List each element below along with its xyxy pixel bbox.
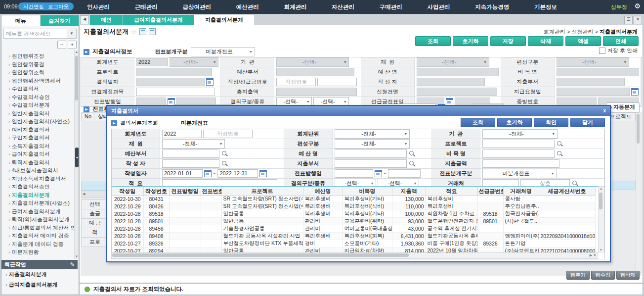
column-header[interactable]: 적요 [426,187,477,196]
close-icon[interactable]: ✕ [634,16,642,24]
sidebar-item-2[interactable]: ›원인행위종결 [1,60,75,69]
close-icon[interactable]: x [603,106,606,116]
column-header[interactable]: 선급금번호 [477,187,503,196]
menu-search-input[interactable]: 메뉴를 검색하세요 [3,29,67,39]
delete-row-button[interactable]: 행삭제 [616,271,640,280]
scroll-right-icon[interactable]: ▶ ▼ [590,253,597,258]
input-field[interactable] [388,169,421,178]
sidebar-item-23[interactable]: ›지출결의서 데이터 검증 [1,232,75,240]
select-field[interactable]: 미분개전표▼ [482,169,557,178]
table-row[interactable]: 2022-10-2889456기술환경사업공통관리비여비교통비(국내출장)43,… [112,225,595,233]
add-row-button[interactable]: 행추가 [566,271,590,280]
sidebar-item-17[interactable]: ›지출결의서승인 [1,183,75,191]
select-field[interactable]: -전체-▼ [482,129,558,139]
h-scrollbar[interactable]: ◀ [81,191,109,197]
column-header[interactable]: 프로젝트 [221,187,303,196]
sidebar-item-8[interactable]: ›일반지출결의서 [1,109,75,118]
sidebar-item-7[interactable]: ›수입결의서분개 [1,101,75,109]
input-field[interactable] [482,149,555,158]
sidebar-item-21[interactable]: ›퇴직(외)지출결의서분개 [1,215,75,224]
select-field[interactable]: -전체-▼ [162,139,225,148]
menu-5[interactable]: 회계관리 [281,3,309,11]
calendar-icon[interactable] [204,170,212,177]
dialog-h-scrollbar[interactable]: ▶ ▼ [111,252,598,259]
search-button[interactable]: 조회 [415,36,451,46]
select-field[interactable]: -선택-▼ [276,57,349,67]
select-field[interactable]: -선택-▼ [170,57,218,67]
column-header[interactable]: 전표번호 [201,187,221,196]
input-field[interactable]: 2022 [162,130,202,138]
sidebar-splitter-handle[interactable]: ◂ [75,148,79,167]
select-field[interactable]: -전체-▼ [335,129,410,139]
sidebar-item-4[interactable]: ›원인행위잔액명세서 [1,77,75,85]
logout-button[interactable]: 로그아웃 [43,2,74,10]
print-after-save-checkbox[interactable] [599,48,605,54]
sidebar-item-24[interactable]: ›지출분개 데이터 검증 [1,240,75,248]
tab-2[interactable]: 급여지출결의서분개 [123,15,194,25]
sidebar-item-12[interactable]: ›소득지출결의서 [1,142,75,150]
calendar-icon[interactable] [206,78,214,86]
input-field[interactable] [136,88,215,96]
reset-button[interactable]: 초기화 [453,36,488,46]
input-field[interactable] [335,149,407,158]
chevron-down-icon[interactable]: ▼ [67,29,77,39]
auto-journalize-button[interactable]: ›자동분개 [606,102,640,112]
sidebar-item-13[interactable]: ›급여지출결의서 [1,150,75,158]
tab-scroll-left-icon[interactable]: ◀ [80,15,89,24]
sidebar-item-10[interactable]: ›여비지출결의서 [1,126,75,134]
input-field[interactable] [317,78,357,86]
input-field[interactable]: 작성번호 [203,130,253,138]
table-row[interactable]: 2022-10-2889518일반공통복리후생비복리후생비(기타)100,000… [112,210,595,218]
table-row[interactable]: 2022-10-2789326부산철도차량정비단 KTX 부품세척 사업경비소모… [112,240,595,247]
search-icon[interactable] [221,150,228,157]
edit-row-button[interactable]: 행수정 [591,271,615,280]
tab-3[interactable]: 지출결의서분개 [194,15,254,25]
table-row[interactable]: 2022-10-3080431SR 고속철도차량(SRT) 청소사업(수도권)복… [112,196,595,203]
input-field[interactable] [162,159,219,168]
scroll-down-icon[interactable]: ▼ [75,254,79,259]
table-row[interactable]: 2022-10-2889501일반공통관리비교육훈련비(위탁)93,000철도운… [112,218,595,225]
tab-1[interactable]: 메인 [90,15,123,25]
eraser-icon[interactable]: ✎ [70,260,75,269]
scroll-up-icon[interactable]: ▲ [75,50,79,54]
column-header[interactable]: 지출액 [392,187,426,196]
recent-item-2[interactable]: ›급여지출결의서분개 [1,280,78,290]
menu-1[interactable]: 인사관리 [84,3,113,11]
column-header[interactable]: 거래처명 [503,187,539,196]
sidebar-item-14[interactable]: ›퇴직지출결의서 [1,158,75,167]
input-field[interactable] [482,140,555,148]
input-field[interactable] [335,159,407,168]
calendar-icon[interactable] [631,88,639,96]
save-button[interactable]: 저장 [490,36,526,46]
column-header[interactable]: 전표발행일 [169,187,201,196]
sidebar-item-25[interactable]: ›미분개현황 [1,248,75,256]
column-header[interactable]: 비목명 [343,187,392,196]
sidebar-item-1[interactable]: ›원인행위조정 [1,52,75,60]
input-field[interactable] [162,149,219,158]
column-header[interactable]: 예산명 [303,187,343,196]
search-icon[interactable] [556,150,563,157]
column-header[interactable]: 작성일 [112,187,143,196]
scroll-down-icon[interactable]: ▼ [599,248,603,251]
dialog-reset-button[interactable]: 초기화 [497,118,532,127]
menu-9[interactable]: 지속가능경영 [472,3,512,11]
sidebar-item-19[interactable]: ›지출결의서분개(사업소) [1,199,75,207]
slip-type-select[interactable]: 미분개전표 ▼ [191,47,255,56]
calendar-icon[interactable] [259,170,267,177]
menu-4[interactable]: 예산관리 [233,3,262,11]
excel-button[interactable]: 엑셀 [565,36,601,46]
sidebar-item-6[interactable]: ›수입결의서승인 [1,93,75,101]
favorite-star-icon[interactable]: ☆ [131,28,137,36]
sidebar-tab-menu[interactable]: 메뉴 [1,15,41,26]
refresh-window-icon[interactable] [149,28,156,35]
sidebar-item-16[interactable]: ›지방소득세지출결의서 [1,175,75,183]
calendar-icon[interactable] [375,170,382,177]
input-field[interactable]: 2022-12-31 [217,169,258,178]
input-field[interactable] [335,169,373,178]
search-icon[interactable] [408,160,416,167]
menu-3[interactable]: 급상여관리 [179,3,214,11]
menu-8[interactable]: 사업관리 [425,3,453,11]
expand-all-button[interactable]: + [68,41,77,49]
sidebar-item-11[interactable]: ›구입지출결의서 [1,134,75,142]
input-field[interactable]: 작성번호 [276,78,316,86]
